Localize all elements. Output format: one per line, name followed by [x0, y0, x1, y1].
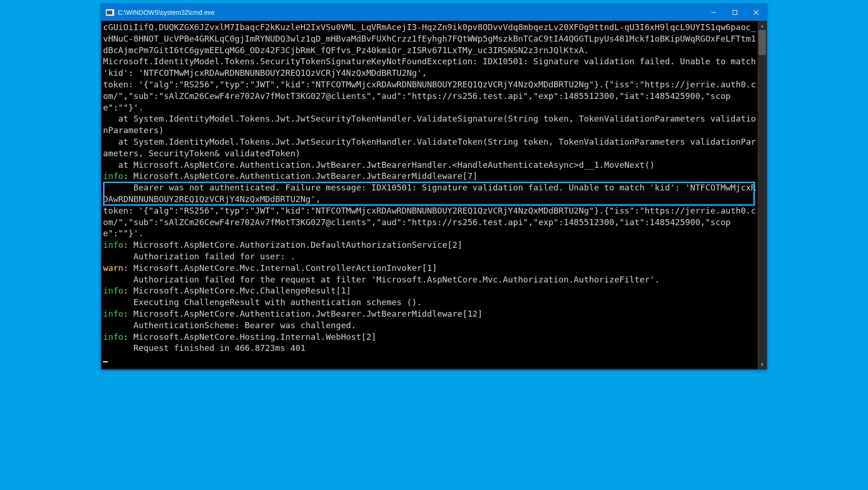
- cursor: [103, 361, 108, 362]
- log-level-info: info: [103, 309, 123, 318]
- client-area: cGUiOiIifQ.DUQKZGX6JZvxlM7IbaqcF2kKuzleH…: [101, 21, 767, 369]
- minimize-button[interactable]: [703, 4, 724, 21]
- svg-rect-1: [733, 11, 737, 15]
- close-button[interactable]: [746, 4, 767, 21]
- log-level-warn: warn: [103, 263, 123, 273]
- cmd-icon: [106, 9, 114, 16]
- scroll-up-arrow-icon[interactable]: ▲: [758, 21, 767, 30]
- log-level-info: info: [103, 286, 123, 295]
- cmd-window: C:\WINDOWS\system32\cmd.exe cGUiOiIifQ.D…: [101, 4, 767, 370]
- console-output[interactable]: cGUiOiIifQ.DUQKZGX6JZvxlM7IbaqcF2kKuzleH…: [101, 21, 758, 369]
- log-level-info: info: [103, 240, 123, 250]
- log-level-info: info: [103, 171, 123, 181]
- maximize-button[interactable]: [724, 4, 746, 21]
- titlebar[interactable]: C:\WINDOWS\system32\cmd.exe: [101, 4, 767, 21]
- scroll-down-arrow-icon[interactable]: ▼: [758, 360, 767, 369]
- log-level-info: info: [103, 332, 123, 342]
- vertical-scrollbar[interactable]: ▲ ▼: [758, 21, 767, 369]
- window-title: C:\WINDOWS\system32\cmd.exe: [118, 9, 214, 16]
- scroll-thumb[interactable]: [758, 30, 766, 55]
